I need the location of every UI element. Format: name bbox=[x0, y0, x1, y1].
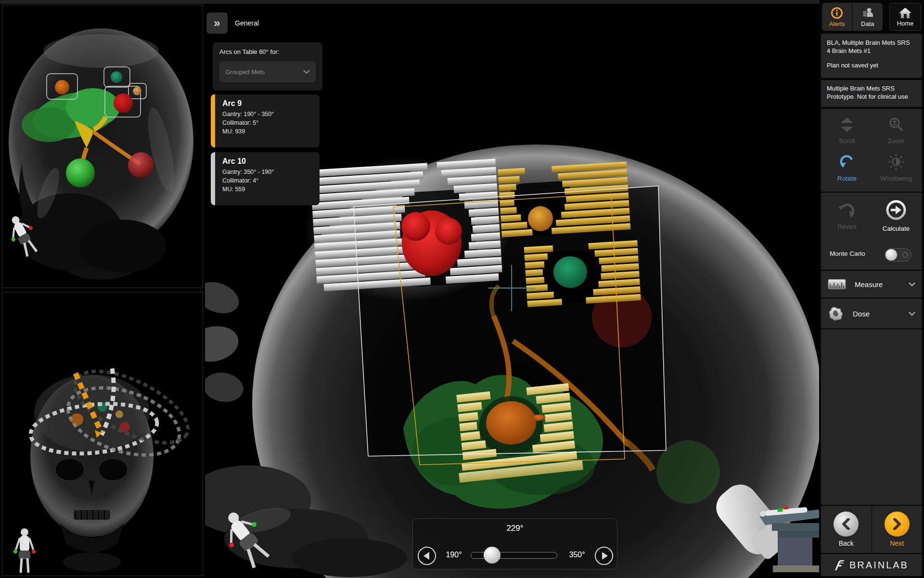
met-teal bbox=[111, 71, 122, 83]
home-label: Home bbox=[897, 20, 914, 27]
windowing-sun-icon bbox=[887, 153, 905, 171]
window-top-strip bbox=[0, 0, 924, 4]
met-orange bbox=[55, 80, 69, 94]
rotate-icon bbox=[838, 153, 856, 171]
home-button[interactable]: Home bbox=[889, 3, 921, 31]
met-tan bbox=[133, 87, 141, 95]
met-orange-bev bbox=[528, 206, 553, 231]
revert-button[interactable]: Revert bbox=[823, 201, 871, 230]
brainlab-runner-icon bbox=[834, 559, 845, 571]
next-button[interactable]: Next bbox=[872, 506, 923, 553]
gantry-slider-thumb[interactable] bbox=[484, 547, 500, 564]
dose-section-header[interactable]: Dose bbox=[821, 299, 922, 328]
rotate-tool-button[interactable]: Rotate bbox=[823, 153, 871, 182]
arc9-collimator: Collimator: 5° bbox=[222, 118, 315, 127]
viewport-arc-trajectories[interactable] bbox=[2, 292, 203, 576]
gantry-step-back-button[interactable] bbox=[418, 547, 436, 565]
alerts-button[interactable]: Alerts bbox=[822, 3, 852, 31]
arc9-title: Arc 9 bbox=[222, 99, 315, 108]
gantry-max-label: 350° bbox=[563, 551, 591, 559]
nav-alerts-data-group: Alerts Data bbox=[822, 3, 883, 31]
back-circle bbox=[834, 512, 859, 537]
calculate-icon bbox=[886, 199, 907, 221]
scroll-label: Scroll bbox=[823, 137, 871, 144]
data-button[interactable]: Data bbox=[852, 3, 883, 31]
plan-save-status: Plan not saved yet bbox=[827, 62, 916, 69]
arc-group-dropdown-value: Grouped Mets bbox=[225, 68, 265, 76]
navigation-footer: Back Next bbox=[821, 506, 922, 553]
data-label: Data bbox=[861, 20, 874, 27]
home-icon bbox=[898, 7, 912, 19]
prototype-disclaimer: Prototype. Not for clinical use bbox=[827, 92, 916, 101]
patient-name: BLA, Multiple Brain Mets SRS bbox=[827, 39, 916, 47]
met-green-bev bbox=[553, 256, 587, 288]
chevron-down-icon bbox=[303, 70, 310, 74]
arc9-mu: MU: 939 bbox=[222, 127, 315, 136]
scroll-tool-button[interactable]: Scroll bbox=[823, 117, 871, 144]
arc-card-arc10[interactable]: Arc 10 Gantry: 350° - 190° Collimator: 4… bbox=[211, 152, 320, 205]
double-chevron-icon: » bbox=[214, 16, 220, 29]
arc10-collimator: Collimator: 4° bbox=[222, 176, 315, 185]
triangle-left-icon bbox=[424, 552, 429, 560]
rotate-label: Rotate bbox=[823, 175, 871, 182]
next-circle bbox=[885, 512, 910, 537]
viewport-beams-eye-view[interactable]: » General Arcs on Table 60° for: Grouped… bbox=[205, 4, 819, 578]
sidebar: Alerts Data Home bbox=[819, 0, 924, 578]
chevron-right-icon bbox=[893, 518, 901, 530]
revert-label: Revert bbox=[823, 223, 871, 230]
monte-carlo-toggle[interactable] bbox=[885, 248, 911, 262]
eye-left-structure bbox=[66, 158, 95, 187]
gantry-min-label: 190° bbox=[440, 551, 468, 559]
actions-panel: Revert Calculate Monte Carlo bbox=[821, 193, 922, 270]
sidebar-empty-panel bbox=[821, 329, 922, 505]
scroll-icon bbox=[839, 117, 855, 133]
calculate-button[interactable]: Calculate bbox=[872, 199, 920, 232]
viewport-skull-overview[interactable] bbox=[2, 5, 203, 288]
gantry-current-angle: 229° bbox=[413, 524, 617, 533]
met-orange-bottom-bev bbox=[486, 401, 536, 445]
gantry-step-forward-button[interactable] bbox=[595, 547, 613, 565]
gantry-angle-panel: 229° 190° 350° bbox=[412, 518, 617, 569]
measure-ruler-icon bbox=[828, 278, 846, 290]
tab-general-label: General bbox=[235, 19, 259, 27]
monte-carlo-label: Monte Carlo bbox=[830, 250, 865, 257]
measure-section-header[interactable]: Measure bbox=[821, 271, 922, 298]
arc-group-panel: Arcs on Table 60° for: Grouped Mets bbox=[213, 42, 322, 91]
dose-label: Dose bbox=[853, 310, 909, 318]
dose-isodose-icon bbox=[828, 306, 844, 321]
alerts-label: Alerts bbox=[829, 20, 845, 27]
triangle-right-icon bbox=[602, 552, 608, 560]
back-label: Back bbox=[839, 539, 854, 547]
zoom-magnifier-icon bbox=[888, 117, 904, 133]
expand-panel-button[interactable]: » bbox=[206, 13, 228, 34]
patient-info-panel: BLA, Multiple Brain Mets SRS 4 Brain Met… bbox=[821, 34, 922, 78]
arc10-title: Arc 10 bbox=[222, 157, 315, 166]
windowing-tool-button[interactable]: Windowing bbox=[872, 153, 920, 182]
arc9-gantry: Gantry: 190° - 350° bbox=[222, 110, 315, 118]
prototype-notice-panel: Multiple Brain Mets SRS Prototype. Not f… bbox=[821, 80, 922, 107]
chevron-left-icon bbox=[842, 518, 850, 530]
chevron-down-icon bbox=[909, 312, 915, 316]
patient-data-icon bbox=[861, 7, 874, 19]
arc-group-label: Arcs on Table 60° for: bbox=[219, 48, 316, 55]
zoom-label: Zoom bbox=[872, 137, 920, 144]
zoom-tool-button[interactable]: Zoom bbox=[872, 117, 920, 144]
brand-name: BRAINLAB bbox=[849, 560, 909, 571]
met-red bbox=[114, 93, 133, 113]
app-name: Multiple Brain Mets SRS bbox=[827, 84, 916, 92]
arc10-mu: MU: 559 bbox=[222, 185, 315, 194]
windowing-label: Windowing bbox=[872, 175, 920, 182]
toggle-off-ring bbox=[902, 252, 908, 258]
view-tools-panel: Scroll Zoom Rotate bbox=[821, 109, 922, 192]
arc9-color-stripe bbox=[211, 94, 215, 147]
back-button[interactable]: Back bbox=[821, 506, 872, 553]
alert-info-icon bbox=[831, 7, 843, 19]
next-label: Next bbox=[890, 539, 904, 547]
arc10-gantry: Gantry: 350° - 190° bbox=[222, 168, 315, 176]
toggle-knob bbox=[886, 249, 897, 261]
arc-card-arc9[interactable]: Arc 9 Gantry: 190° - 350° Collimator: 5°… bbox=[211, 94, 320, 147]
calculate-label: Calculate bbox=[872, 225, 920, 232]
arc10-color-stripe bbox=[211, 152, 215, 205]
arc-group-dropdown[interactable]: Grouped Mets bbox=[219, 61, 316, 82]
arc-trajectories-render bbox=[2, 292, 204, 577]
